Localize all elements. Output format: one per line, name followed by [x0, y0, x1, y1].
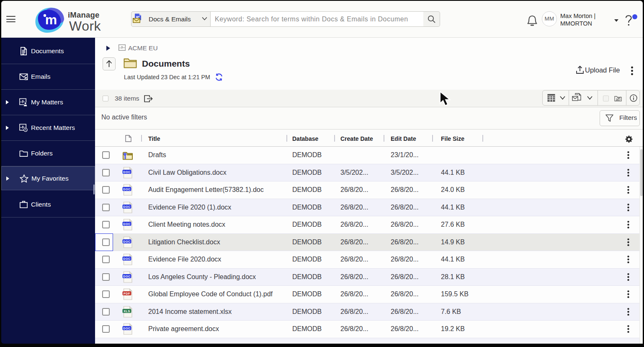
- svg-text:DOC: DOC: [123, 205, 131, 208]
- svg-text:DOC: DOC: [123, 257, 131, 260]
- svg-text:DOC: DOC: [123, 274, 131, 277]
- svg-text:DOC: DOC: [123, 240, 131, 243]
- svg-text:PDF: PDF: [124, 292, 130, 295]
- svg-text:DOC: DOC: [123, 170, 131, 173]
- svg-text:DOC: DOC: [123, 188, 131, 191]
- svg-text:XLS: XLS: [124, 309, 130, 312]
- svg-text:DOC: DOC: [123, 327, 131, 330]
- svg-text:DOC: DOC: [123, 223, 131, 225]
- svg-text:m: m: [45, 12, 57, 27]
